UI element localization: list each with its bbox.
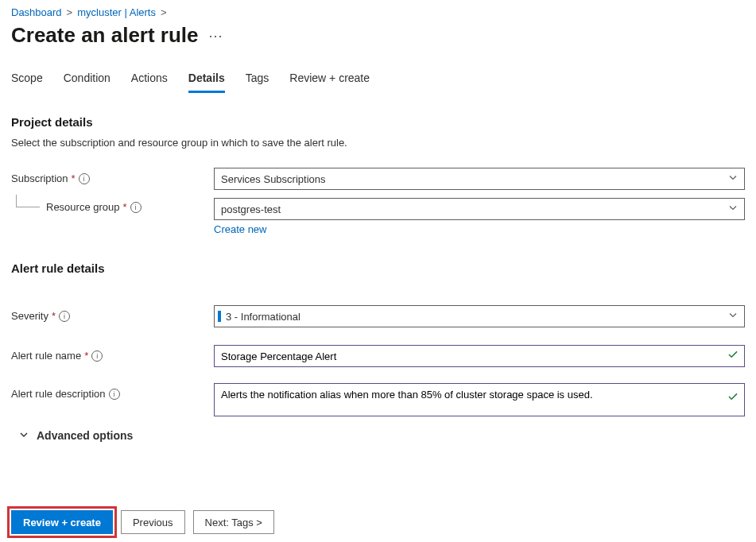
project-details-heading: Project details: [11, 115, 745, 129]
alert-rule-name-label: Alert rule name: [11, 350, 81, 362]
previous-button[interactable]: Previous: [121, 510, 185, 534]
more-icon[interactable]: ⋯: [208, 27, 223, 45]
info-icon[interactable]: i: [130, 202, 142, 213]
advanced-options-label: Advanced options: [37, 429, 133, 442]
info-icon[interactable]: i: [91, 350, 103, 362]
page-title: Create an alert rule: [11, 23, 199, 48]
breadcrumb-separator: >: [161, 6, 167, 18]
info-icon[interactable]: i: [79, 173, 90, 184]
chevron-down-icon: [728, 203, 738, 215]
tab-actions[interactable]: Actions: [131, 72, 168, 93]
resource-group-label: Resource group: [46, 201, 120, 213]
project-details-desc: Select the subscription and resource gro…: [11, 137, 745, 149]
resource-group-select[interactable]: postgres-test: [214, 198, 745, 220]
resource-group-value: postgres-test: [221, 203, 281, 215]
next-button[interactable]: Next: Tags >: [193, 510, 274, 534]
project-details-section: Project details Select the subscription …: [11, 115, 745, 236]
breadcrumb: Dashboard > mycluster | Alerts >: [11, 6, 745, 18]
check-icon: [727, 349, 739, 363]
chevron-down-icon: [728, 311, 738, 323]
severity-label: Severity: [11, 310, 48, 322]
breadcrumb-cluster[interactable]: mycluster | Alerts: [77, 6, 156, 18]
review-create-button[interactable]: Review + create: [11, 510, 113, 534]
subscription-value: Services Subscriptions: [221, 173, 326, 185]
tab-condition[interactable]: Condition: [64, 72, 110, 93]
subscription-select[interactable]: Services Subscriptions: [214, 168, 745, 190]
tab-details[interactable]: Details: [188, 72, 225, 93]
advanced-options-toggle[interactable]: Advanced options: [19, 429, 745, 442]
check-icon: [727, 391, 739, 405]
tab-tags[interactable]: Tags: [246, 72, 269, 93]
info-icon[interactable]: i: [109, 389, 120, 400]
info-icon[interactable]: i: [59, 311, 70, 322]
indent-line: [16, 195, 40, 207]
alert-rule-description-label: Alert rule description: [11, 388, 106, 400]
severity-value: 3 - Informational: [226, 311, 300, 323]
wizard-footer: Review + create Previous Next: Tags >: [11, 510, 274, 534]
tab-scope[interactable]: Scope: [11, 72, 43, 93]
alert-rule-description-input[interactable]: [214, 383, 745, 416]
required-marker: *: [84, 350, 88, 362]
breadcrumb-separator: >: [67, 6, 73, 18]
chevron-down-icon: [19, 429, 29, 442]
alert-rule-details-heading: Alert rule details: [11, 261, 745, 275]
wizard-tabs: Scope Condition Actions Details Tags Rev…: [11, 72, 745, 93]
required-marker: *: [52, 310, 56, 322]
severity-select[interactable]: 3 - Informational: [214, 305, 745, 327]
subscription-label: Subscription: [11, 172, 68, 184]
chevron-down-icon: [728, 173, 738, 185]
alert-rule-name-input[interactable]: [214, 345, 745, 367]
create-new-resource-group-link[interactable]: Create new: [214, 220, 266, 235]
required-marker: *: [72, 172, 76, 184]
tab-review[interactable]: Review + create: [289, 72, 370, 93]
required-marker: *: [123, 201, 127, 213]
breadcrumb-dashboard[interactable]: Dashboard: [11, 6, 62, 18]
alert-rule-details-section: Alert rule details Severity * i 3 - Info…: [11, 261, 745, 442]
